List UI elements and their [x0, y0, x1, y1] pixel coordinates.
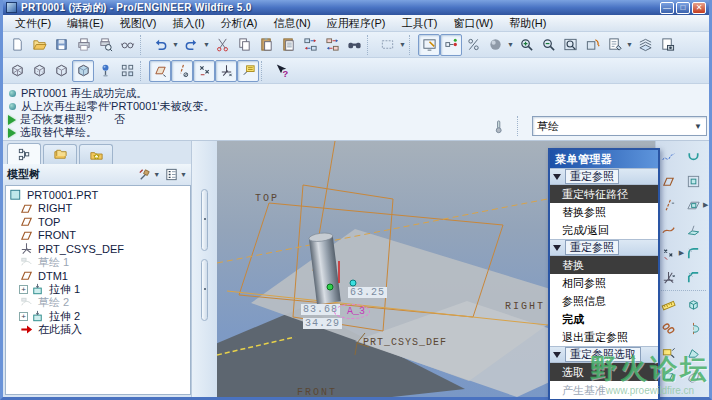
dimension-value[interactable]: 34.29: [303, 318, 342, 329]
extrude-tool-button[interactable]: [684, 293, 704, 315]
shaded-button[interactable]: [72, 60, 94, 82]
analysis-tool-button[interactable]: [659, 293, 679, 315]
draft-tool-button[interactable]: [684, 218, 704, 240]
menu-manager-title[interactable]: 菜单管理器: [550, 150, 658, 168]
menu-item-9[interactable]: 帮助(H): [501, 15, 554, 32]
menu-manager-item[interactable]: 替换: [550, 256, 658, 274]
menu-item-1[interactable]: 编辑(E): [59, 15, 112, 32]
sweep-tool-button[interactable]: [684, 365, 704, 387]
paste-button[interactable]: [255, 34, 277, 56]
datum-point-toggle-button[interactable]: [193, 60, 215, 82]
maximize-button[interactable]: □: [676, 2, 690, 14]
csys-label[interactable]: PRT_CSYS_DEF: [363, 337, 447, 348]
close-button[interactable]: ✕: [692, 2, 706, 14]
wireframe-button[interactable]: [6, 60, 28, 82]
rib-tool-button[interactable]: [684, 341, 704, 363]
menu-manager-item[interactable]: 退出重定参照: [550, 328, 658, 346]
csys-tool-button[interactable]: [659, 266, 679, 288]
tree-item-拉伸-1[interactable]: +拉伸 1: [8, 283, 190, 297]
drag-handle-green[interactable]: [327, 284, 333, 290]
dimension-value[interactable]: 63.25: [348, 287, 387, 298]
revolve-tool-button[interactable]: [684, 317, 704, 339]
view-manager-button[interactable]: [603, 34, 625, 56]
hidden-line-button[interactable]: [28, 60, 50, 82]
style-tool-button[interactable]: [659, 146, 679, 168]
open-button[interactable]: [28, 34, 50, 56]
tree-item-prt_csys_def[interactable]: PRT_CSYS_DEF: [8, 242, 190, 256]
menu-manager-item[interactable]: 选取: [550, 363, 658, 381]
menu-section-header-2[interactable]: 重定参照选取: [550, 346, 658, 363]
undo-button[interactable]: [149, 34, 171, 56]
chevron-down-icon[interactable]: ▼: [398, 41, 407, 48]
paste-special-button[interactable]: [277, 34, 299, 56]
tree-item-top[interactable]: TOP: [8, 215, 190, 229]
layers-button[interactable]: [634, 34, 656, 56]
utilities-button[interactable]: [462, 34, 484, 56]
glasses-button[interactable]: [116, 34, 138, 56]
wrap-tool-button[interactable]: [683, 194, 703, 216]
new-button[interactable]: [6, 34, 28, 56]
datum-point-tool-button[interactable]: [659, 242, 679, 264]
no-hidden-button[interactable]: [50, 60, 72, 82]
splitter-handle[interactable]: [201, 259, 208, 321]
splitter-handle[interactable]: [201, 189, 208, 251]
datum-plane-toggle-button[interactable]: [149, 60, 171, 82]
datum-label-front[interactable]: FRONT: [297, 387, 337, 397]
tree-item-prt0001-prt[interactable]: PRT0001.PRT: [8, 188, 190, 202]
tree-expander[interactable]: +: [19, 312, 28, 321]
datum-axis-tool-button[interactable]: [659, 194, 679, 216]
datum-axis-toggle-button[interactable]: [171, 60, 193, 82]
print-preview-button[interactable]: [94, 34, 116, 56]
reorient-button[interactable]: [581, 34, 603, 56]
menu-item-6[interactable]: 应用程序(P): [319, 15, 394, 32]
menu-section-header-1[interactable]: 重定参照: [550, 239, 658, 256]
curve-tool-button[interactable]: [659, 218, 679, 240]
save-button[interactable]: [50, 34, 72, 56]
model-tree-tab[interactable]: [7, 143, 41, 164]
render-sphere-button[interactable]: [484, 34, 506, 56]
find-button[interactable]: [343, 34, 365, 56]
menu-item-7[interactable]: 工具(T): [393, 15, 445, 32]
chamfer-tool-button[interactable]: [684, 266, 704, 288]
layer-tree-tab[interactable]: [43, 144, 77, 164]
tree-item-在此插入[interactable]: 在此插入: [8, 323, 190, 337]
redo-button[interactable]: [180, 34, 202, 56]
round-tool-button[interactable]: [684, 242, 704, 264]
tree-item-草绘-2[interactable]: 草绘 2: [8, 296, 190, 310]
datum-plane-tool-button[interactable]: [659, 170, 679, 192]
menu-section-header-0[interactable]: 重定参照: [550, 168, 658, 185]
refit-button[interactable]: [559, 34, 581, 56]
csys-toggle-button[interactable]: [215, 60, 237, 82]
update-model-button[interactable]: [299, 34, 321, 56]
datum-label-right[interactable]: RIGHT: [505, 301, 545, 312]
copy-geom-tool-button[interactable]: [659, 365, 679, 387]
menu-manager-item[interactable]: 重定特征路径: [550, 185, 658, 203]
window-activate-button[interactable]: [418, 34, 440, 56]
cut-button[interactable]: [211, 34, 233, 56]
tree-item-dtm1[interactable]: DTM1: [8, 269, 190, 283]
drag-handle-cyan[interactable]: [350, 280, 356, 286]
chevron-down-icon[interactable]: ▼: [202, 41, 211, 48]
minimize-button[interactable]: —: [660, 2, 674, 14]
chevron-down-icon[interactable]: ▼: [506, 41, 515, 48]
mode-dropdown[interactable]: 草绘 ▼: [532, 116, 707, 136]
tree-item-拉伸-2[interactable]: +拉伸 2: [8, 310, 190, 324]
tree-expander[interactable]: +: [19, 285, 28, 294]
menu-manager-item[interactable]: 完成: [550, 310, 658, 328]
menu-item-0[interactable]: 文件(F): [7, 15, 59, 32]
tree-item-front[interactable]: FRONT: [8, 229, 190, 243]
tree-settings-button[interactable]: ▼: [137, 167, 160, 182]
annotation-toggle-button[interactable]: [237, 60, 259, 82]
menu-item-5[interactable]: 信息(N): [265, 15, 318, 32]
thermometer-icon[interactable]: [487, 115, 509, 137]
chevron-down-icon[interactable]: ▼: [171, 41, 180, 48]
menu-item-8[interactable]: 窗口(W): [445, 15, 501, 32]
menu-manager-item[interactable]: 替换参照: [550, 203, 658, 221]
select-rect-button[interactable]: [376, 34, 398, 56]
link-tool-button[interactable]: [659, 317, 679, 339]
hole-tool-button[interactable]: [684, 146, 704, 168]
menu-manager-item[interactable]: 完成/返回: [550, 221, 658, 239]
favorites-tab[interactable]: [79, 144, 113, 164]
zoom-in-button[interactable]: [515, 34, 537, 56]
shell-tool-button[interactable]: [684, 170, 704, 192]
